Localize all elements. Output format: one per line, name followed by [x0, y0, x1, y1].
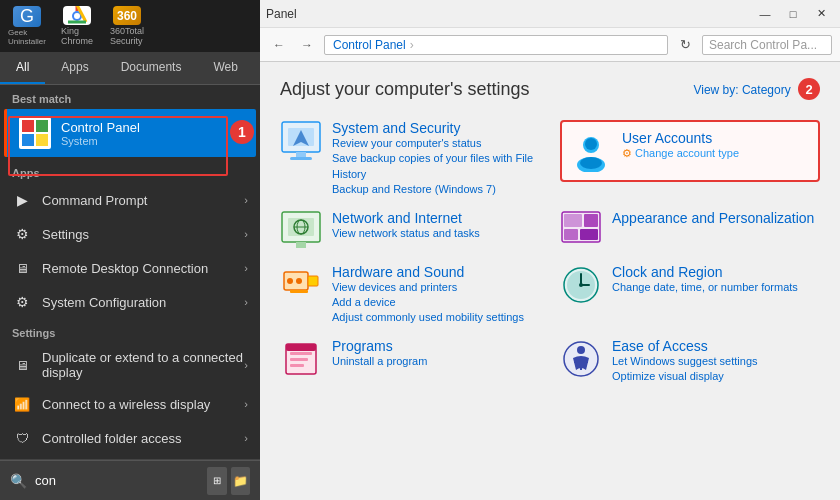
hardware-link-2[interactable]: Add a device: [332, 295, 540, 310]
forward-button[interactable]: →: [296, 34, 318, 56]
menu-item-display[interactable]: 🖥 Duplicate or extend to a connected dis…: [0, 343, 260, 387]
svg-rect-4: [36, 120, 48, 132]
wireless-icon: 📶: [12, 394, 32, 414]
clock-title[interactable]: Clock and Region: [612, 264, 820, 280]
settings-item-network[interactable]: Network and Internet View network status…: [280, 210, 540, 252]
chevron-right-icon: ›: [244, 296, 248, 308]
search-box[interactable]: Search Control Pa...: [702, 35, 832, 55]
menu-item-command-prompt[interactable]: ▶ Command Prompt ›: [0, 183, 260, 217]
settings-item-programs[interactable]: Programs Uninstall a program: [280, 338, 540, 385]
tab-all[interactable]: All: [0, 52, 45, 84]
system-security-text: System and Security Review your computer…: [332, 120, 540, 198]
user-accounts-icon: [570, 130, 612, 172]
clock-link-1[interactable]: Change date, time, or number formats: [612, 280, 820, 295]
user-accounts-link-1[interactable]: ⚙ Change account type: [622, 146, 810, 161]
svg-rect-41: [286, 344, 316, 351]
best-match-subtitle: System: [61, 135, 140, 147]
ease-access-link-2[interactable]: Optimize visual display: [612, 369, 820, 384]
network-icon: [280, 210, 322, 252]
back-button[interactable]: ←: [268, 34, 290, 56]
svg-point-15: [580, 157, 602, 169]
appearance-text: Appearance and Personalization: [612, 210, 820, 226]
menu-item-system-config[interactable]: ⚙ System Configuration ›: [0, 285, 260, 319]
appearance-icon: [560, 210, 602, 252]
path-control-panel[interactable]: Control Panel: [333, 38, 406, 52]
best-match-text: Control Panel System: [61, 120, 140, 147]
tab-apps[interactable]: Apps: [45, 52, 104, 84]
change-account-link[interactable]: Change account type: [635, 147, 739, 159]
view-by-value[interactable]: Category: [742, 83, 791, 97]
ease-access-text: Ease of Access Let Windows suggest setti…: [612, 338, 820, 385]
window-controls: — □ ✕: [752, 4, 834, 24]
appearance-title[interactable]: Appearance and Personalization: [612, 210, 820, 226]
refresh-button[interactable]: ↻: [674, 34, 696, 56]
taskbar-icon-chrome[interactable]: KingChrome: [54, 6, 100, 46]
address-path[interactable]: Control Panel ›: [324, 35, 668, 55]
settings-item-system-security[interactable]: System and Security Review your computer…: [280, 120, 540, 198]
annotation-badge-1: 1: [230, 120, 254, 144]
programs-text: Programs Uninstall a program: [332, 338, 540, 369]
network-link-1[interactable]: View network status and tasks: [332, 226, 540, 241]
settings-label: Settings: [42, 227, 89, 242]
minimize-button[interactable]: —: [752, 4, 778, 24]
nav-tabs: All Apps Documents Web More: [0, 52, 260, 85]
programs-title[interactable]: Programs: [332, 338, 540, 354]
search-icon-sm: 🔍: [10, 473, 27, 489]
window-title: Panel: [266, 7, 297, 21]
user-accounts-title[interactable]: User Accounts: [622, 130, 810, 146]
menu-item-folder-access[interactable]: 🛡 Controlled folder access ›: [0, 421, 260, 455]
chevron-right-icon: ›: [244, 359, 248, 371]
best-match-control-panel[interactable]: Control Panel System: [4, 109, 256, 157]
view-by-label: View by:: [693, 83, 738, 97]
svg-point-30: [296, 278, 302, 284]
cp-content: Adjust your computer's settings View by:…: [260, 62, 840, 500]
taskbar-icon-geek[interactable]: G GeekUninstaller: [4, 6, 50, 46]
start-menu: G GeekUninstaller KingChrome 360 360Tota…: [0, 0, 260, 500]
file-explorer-button[interactable]: 📁: [231, 467, 251, 495]
taskbar-icons: G GeekUninstaller KingChrome 360 360Tota…: [0, 0, 260, 52]
tablet-mode-button[interactable]: ⊞: [207, 467, 227, 495]
menu-item-remote-desktop[interactable]: 🖥 Remote Desktop Connection ›: [0, 251, 260, 285]
system-security-link-3[interactable]: Backup and Restore (Windows 7): [332, 182, 540, 197]
network-title[interactable]: Network and Internet: [332, 210, 540, 226]
settings-item-ease[interactable]: Ease of Access Let Windows suggest setti…: [560, 338, 820, 385]
menu-item-settings[interactable]: ⚙ Settings ›: [0, 217, 260, 251]
svg-rect-3: [22, 120, 34, 132]
hardware-link-3[interactable]: Adjust commonly used mobility settings: [332, 310, 540, 325]
system-security-link-1[interactable]: Review your computer's status: [332, 136, 540, 151]
ease-access-link-1[interactable]: Let Windows suggest settings: [612, 354, 820, 369]
apps-section-label: Apps: [0, 157, 260, 183]
system-security-title[interactable]: System and Security: [332, 120, 540, 136]
hardware-link-1[interactable]: View devices and printers: [332, 280, 540, 295]
settings-item-clock[interactable]: Clock and Region Change date, time, or n…: [560, 264, 820, 326]
system-security-link-2[interactable]: Save backup copies of your files with Fi…: [332, 151, 540, 182]
svg-rect-31: [290, 290, 308, 293]
svg-rect-5: [22, 134, 34, 146]
cp-header: Adjust your computer's settings View by:…: [280, 78, 820, 100]
svg-point-2: [74, 13, 80, 19]
search-placeholder: Search Control Pa...: [709, 38, 817, 52]
settings-item-user-accounts[interactable]: User Accounts ⚙ Change account type: [560, 120, 820, 182]
command-prompt-label: Command Prompt: [42, 193, 147, 208]
settings-item-hardware[interactable]: Hardware and Sound View devices and prin…: [280, 264, 540, 326]
close-button[interactable]: ✕: [808, 4, 834, 24]
command-prompt-icon: ▶: [12, 190, 32, 210]
best-match-label: Best match: [0, 85, 260, 109]
tab-web[interactable]: Web: [197, 52, 253, 84]
programs-link-1[interactable]: Uninstall a program: [332, 354, 540, 369]
ease-access-title[interactable]: Ease of Access: [612, 338, 820, 354]
hardware-title[interactable]: Hardware and Sound: [332, 264, 540, 280]
search-input[interactable]: [35, 473, 203, 488]
menu-item-wireless[interactable]: 📶 Connect to a wireless display ›: [0, 387, 260, 421]
chevron-right-icon: ›: [244, 432, 248, 444]
window-chrome: Panel — □ ✕: [260, 0, 840, 28]
svg-rect-28: [308, 276, 318, 286]
maximize-button[interactable]: □: [780, 4, 806, 24]
settings-item-appearance[interactable]: Appearance and Personalization: [560, 210, 820, 252]
taskbar-icon-360[interactable]: 360 360TotalSecurity: [104, 6, 150, 46]
svg-point-36: [579, 283, 583, 287]
clock-icon: [560, 264, 602, 306]
tab-documents[interactable]: Documents: [105, 52, 198, 84]
settings-icon: ⚙: [12, 224, 32, 244]
svg-rect-18: [296, 242, 306, 248]
